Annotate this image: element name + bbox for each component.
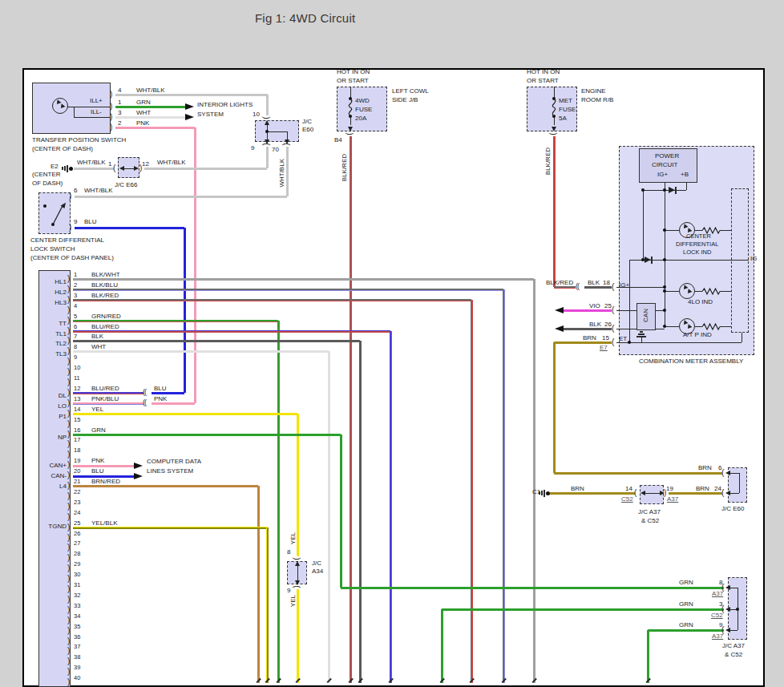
junction-dot xyxy=(43,204,46,208)
junction-dot xyxy=(641,188,645,192)
ecu-wire-color-label: GRN xyxy=(91,426,106,434)
diode-icon xyxy=(669,187,675,193)
pin-connector-arc: ( xyxy=(612,338,614,346)
ecu-pin-number: 30 xyxy=(74,572,80,579)
wire-grn xyxy=(442,608,724,611)
diagram-label: BLK xyxy=(589,321,601,328)
ecu-pin-number: 6 xyxy=(74,324,77,331)
circuit-line xyxy=(74,107,111,107)
circuit-line xyxy=(742,333,742,342)
pin-connector-arc: ( xyxy=(549,132,557,135)
flow-arrow-icon xyxy=(185,114,194,120)
arrowhead-icon xyxy=(348,127,353,131)
diagram-label: WHT/BLK xyxy=(278,159,285,188)
ecu-pin-number: 20 xyxy=(74,468,80,475)
pin-connector-arc: ) xyxy=(67,482,70,490)
pin-connector-arc: ) xyxy=(67,523,70,531)
diagram-label: BLU xyxy=(84,218,97,225)
diagram-label: YEL xyxy=(289,532,297,544)
circuit-line xyxy=(739,473,740,493)
diagram-label: HOT IN ON xyxy=(337,68,370,75)
pin-connector-arc: ( xyxy=(612,306,614,314)
arrowhead-icon xyxy=(119,166,124,171)
pin-connector-arc: ) xyxy=(67,606,70,614)
diagram-label: GRN xyxy=(679,579,693,586)
ground-icon xyxy=(636,336,646,337)
junction-dot xyxy=(663,258,666,261)
diagram-label: (CENTER OF DASH) xyxy=(32,145,93,152)
junction-dot xyxy=(663,285,666,289)
ecu-signal-name: DL xyxy=(42,392,67,399)
diagram-label: SIDE J/B xyxy=(392,96,418,103)
diagram-label: +B xyxy=(681,171,689,178)
arrowhead-icon xyxy=(725,607,730,612)
diagram-label: 70 xyxy=(272,146,279,153)
ecu-pin-number: 27 xyxy=(74,540,80,548)
ground-icon xyxy=(640,331,643,333)
circuit-line xyxy=(665,291,679,292)
pin-connector-arc: ) xyxy=(67,678,70,686)
ecu-pin-number: 13 xyxy=(74,396,80,403)
arrowhead-icon xyxy=(641,491,645,495)
diagram-label: 6 xyxy=(74,187,77,194)
circuit-line xyxy=(695,230,702,231)
ecu-pin-number: 29 xyxy=(74,561,80,568)
flow-arrow-icon xyxy=(555,325,564,332)
diagram-label: A37 xyxy=(712,590,723,597)
diagram-label: GRN xyxy=(136,99,151,106)
pin-connector-arc: ) xyxy=(67,389,70,397)
ground-dot xyxy=(546,491,550,495)
flow-arrow-icon xyxy=(134,463,143,469)
diagram-label: ENGINE xyxy=(581,87,606,95)
diagram-label: 9 xyxy=(251,144,254,152)
circuit-line xyxy=(695,291,702,292)
diagram-label: OR START xyxy=(527,77,559,84)
ecu-pin-number: 1 xyxy=(74,272,77,279)
diagram-label: MET xyxy=(559,97,572,104)
switch-arm-icon xyxy=(51,203,83,235)
ecu-signal-name: CAN- xyxy=(42,472,67,479)
pin-connector-arc: ) xyxy=(67,275,70,283)
ecu-pin-number: 32 xyxy=(74,592,80,600)
pin-connector-arc: ) xyxy=(67,358,70,366)
wire-wht-blk xyxy=(266,147,269,168)
ecu-wire-color-label: BLU/RED xyxy=(91,385,119,392)
diagram-label: VIO xyxy=(589,302,600,309)
wire-yel xyxy=(73,413,297,415)
circuit-line xyxy=(665,183,665,326)
resistor-icon xyxy=(702,323,720,330)
ecu-signal-name: TGND xyxy=(42,523,67,530)
pin-connector-arc: ) xyxy=(67,637,70,645)
ecu-pin-number: 4 xyxy=(74,303,77,310)
wire-brn xyxy=(554,472,722,475)
diode-bar xyxy=(651,257,653,264)
ecu-pin-number: 3 xyxy=(74,293,77,300)
pin-connector-arc: ) xyxy=(67,575,70,583)
ecu-signal-name: TL1 xyxy=(42,330,67,337)
ecu-signal-name: HL3 xyxy=(42,299,67,306)
diagram-label: 1 xyxy=(108,160,111,168)
wire-blk-red xyxy=(73,299,471,301)
pin-connector-arc: ) xyxy=(67,461,70,469)
diagram-label: WHT/BLK xyxy=(136,87,165,94)
ground-stem xyxy=(641,337,642,342)
wire-blu xyxy=(184,228,186,393)
diagram-label: 19 xyxy=(666,485,673,492)
wire-blk-red xyxy=(553,136,556,287)
diagram-label: J/C A37 xyxy=(638,508,661,515)
ecu-pin-number: 10 xyxy=(74,365,80,372)
pin-connector-arc: ) xyxy=(67,399,70,407)
diagram-label: A37 xyxy=(712,632,723,640)
diagram-label: 15 xyxy=(602,334,609,341)
ecu-pin-number: 34 xyxy=(74,613,80,620)
splice-icon: (( xyxy=(143,399,146,406)
diagram-label: J/C xyxy=(302,118,312,125)
diagram-label: BLK/RED xyxy=(341,154,348,181)
circuit-line xyxy=(74,107,75,117)
ecu-signal-name: HL2 xyxy=(42,289,67,296)
diagram-label: A/T P IND xyxy=(683,331,712,338)
ecu-signal-name: LO xyxy=(42,402,67,410)
ecu-pin-number: 37 xyxy=(74,644,80,651)
wire-blk xyxy=(73,340,360,342)
diode-icon xyxy=(645,257,651,263)
